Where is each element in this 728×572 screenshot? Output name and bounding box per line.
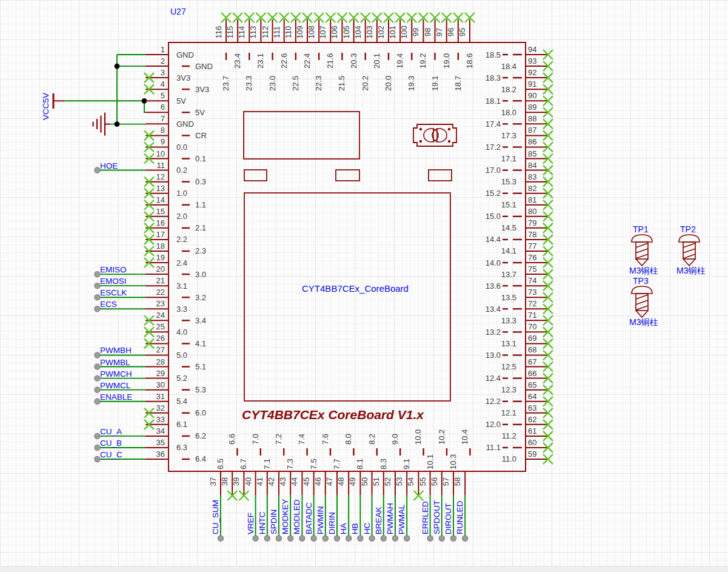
net-label-MODKEY[interactable]: MODKEY [281,499,290,534]
net-port-dot[interactable] [218,536,223,541]
net-label-CU_A[interactable]: CU_A [100,427,122,436]
horizontal-scrollbar[interactable] [0,566,728,572]
pin-58[interactable]: 5810.4RUNLED [453,429,470,541]
net-label-CU_C[interactable]: CU_C [100,450,122,459]
pin-83[interactable]: 8315.3 [501,172,553,187]
net-port-dot[interactable] [95,387,100,392]
net-port-dot[interactable] [358,536,363,541]
net-port-dot[interactable] [95,364,100,369]
net-label-HNTC[interactable]: HNTC [258,511,267,534]
pin-78[interactable]: 7814.4 [486,230,553,244]
testpoint-TP1[interactable]: TP1M3铜柱 [629,224,658,275]
pin-68[interactable]: 6813.0 [486,345,553,360]
pin-65[interactable]: 6512.3 [501,380,553,395]
net-port-dot[interactable] [276,536,281,541]
ground-symbol[interactable] [93,113,110,136]
pin-6[interactable]: 65V [145,103,205,117]
net-label-RUNLED[interactable]: RUNLED [455,500,464,534]
pin-59[interactable]: 5911.0 [502,449,553,464]
pin-1[interactable]: 1GND [145,45,194,59]
net-label-PWMAL[interactable]: PWMAL [397,504,406,534]
net-port-dot[interactable] [95,271,100,277]
board-title[interactable]: CYT4BB7CEx CoreBoard V1.x [242,408,424,422]
pin-112[interactable]: 11223.0 [261,13,278,91]
pin-73[interactable]: 7313.5 [501,288,553,302]
net-port-dot[interactable] [264,536,270,541]
pin-79[interactable]: 7914.5 [501,218,553,233]
pin-116[interactable]: 11623.7 [214,13,231,91]
pin-11[interactable]: 110.2HOE [95,161,187,175]
pin-13[interactable]: 131.0 [144,184,187,198]
net-port-dot[interactable] [95,167,100,173]
net-label-HOE[interactable]: HOE [100,161,118,170]
pin-91[interactable]: 9118.2 [501,79,553,94]
pin-69[interactable]: 6913.1 [501,334,553,348]
net-label-PWMCL[interactable]: PWMCL [100,381,131,390]
pin-108[interactable]: 10822.3 [307,13,324,91]
net-port-dot[interactable] [404,536,410,541]
net-port-dot[interactable] [95,352,100,358]
pin-25[interactable]: 254.0 [144,322,187,337]
net-port-dot[interactable] [95,445,100,450]
pin-106[interactable]: 10621.5 [330,13,347,91]
pin-102[interactable]: 10220.0 [376,13,393,91]
pin-7[interactable]: 7GND [145,114,194,129]
net-label-PWMBL[interactable]: PWMBL [100,358,130,367]
pin-99[interactable]: 9919.2 [411,13,428,69]
net-port-dot[interactable] [392,536,398,541]
pin-104[interactable]: 10420.2 [353,13,370,91]
pin-111[interactable]: 11122.6 [272,13,289,69]
net-label-BATADC[interactable]: BATADC [304,502,313,534]
net-label-HB[interactable]: HB [350,523,359,534]
net-port-dot[interactable] [369,536,375,541]
net-port-dot[interactable] [288,536,293,541]
pin-72[interactable]: 7213.4 [486,299,553,314]
net-port-dot[interactable] [95,399,100,404]
pin-110[interactable]: 11022.5 [284,13,301,91]
pin-12[interactable]: 120.3 [144,172,206,187]
pin-62[interactable]: 6212.0 [486,415,553,429]
pin-90[interactable]: 9018.1 [486,91,553,106]
pin-100[interactable]: 10019.3 [399,13,416,91]
net-port-dot[interactable] [427,536,433,541]
net-label-EMOSI[interactable]: EMOSI [100,277,127,286]
net-label-CU_B[interactable]: CU_B [100,439,122,448]
pin-80[interactable]: 8015.0 [486,207,553,221]
net-label-ESCLK[interactable]: ESCLK [100,288,127,297]
pin-84[interactable]: 8417.0 [486,161,553,175]
pin-109[interactable]: 10922.4 [295,13,312,69]
pin-31[interactable]: 315.4ENABLE [95,392,187,406]
pin-105[interactable]: 10520.3 [342,13,359,69]
pin-71[interactable]: 7113.3 [501,311,553,325]
pin-86[interactable]: 8617.2 [486,137,553,152]
net-label-PWMAH[interactable]: PWMAH [386,503,395,534]
net-label-HA[interactable]: HA [339,523,348,534]
pin-61[interactable]: 6111.2 [502,426,553,441]
pin-93[interactable]: 9318.4 [501,56,553,71]
pin-67[interactable]: 6712.5 [501,357,553,372]
pin-75[interactable]: 7513.7 [501,264,553,279]
pin-95[interactable]: 9518.6 [458,13,475,69]
net-label-BREAK[interactable]: BREAK [374,506,383,534]
pin-81[interactable]: 8115.1 [501,195,553,210]
net-label-PWMCH[interactable]: PWMCH [100,369,132,379]
pin-96[interactable]: 9618.7 [446,13,463,91]
net-label-EMISO[interactable]: EMISO [100,265,127,274]
net-label-DIROUT[interactable]: DIROUT [444,503,453,534]
net-port-dot[interactable] [95,295,100,300]
net-port-dot[interactable] [322,536,328,541]
pin-85[interactable]: 8517.1 [501,149,553,164]
pin-19[interactable]: 192.4 [144,253,187,267]
refdes-label[interactable]: U27 [170,7,186,16]
net-port-dot[interactable] [334,536,339,541]
pin-113[interactable]: 11323.1 [249,13,265,69]
net-label-DIRIN[interactable]: DIRIN [327,512,336,534]
net-port-dot[interactable] [95,375,100,381]
net-port-dot[interactable] [346,536,352,541]
net-port-dot[interactable] [253,536,258,541]
net-label-MODLED[interactable]: MODLED [292,499,301,534]
net-port-dot[interactable] [463,536,468,541]
net-label-ERRLED[interactable]: ERRLED [421,501,430,534]
pin-36[interactable]: 366.4CU_C [95,449,206,464]
net-label-PWMIN[interactable]: PWMIN [316,506,325,535]
